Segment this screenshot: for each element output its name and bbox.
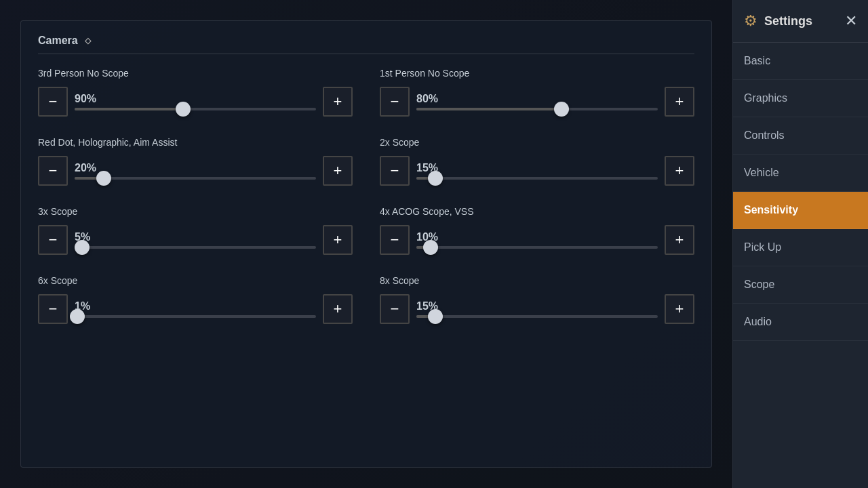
slider-value-red-dot: 20% bbox=[75, 162, 316, 174]
slider-group-3x-scope: 3x Scope−5%+ bbox=[38, 206, 353, 255]
slider-plus-3rd-person-no-scope[interactable]: + bbox=[323, 87, 353, 117]
slider-track-container-4x-acog: 10% bbox=[416, 231, 658, 249]
slider-row-8x-scope: −15%+ bbox=[380, 294, 694, 324]
slider-track-red-dot[interactable] bbox=[75, 177, 316, 180]
slider-thumb-3rd-person-no-scope[interactable] bbox=[176, 102, 191, 117]
slider-minus-8x-scope[interactable]: − bbox=[380, 294, 410, 324]
slider-group-4x-acog: 4x ACOG Scope, VSS−10%+ bbox=[380, 206, 694, 255]
slider-thumb-6x-scope[interactable] bbox=[70, 309, 85, 324]
sidebar-nav: BasicGraphicsControlsVehicleSensitivityP… bbox=[733, 43, 868, 341]
slider-track-container-3x-scope: 5% bbox=[75, 231, 316, 249]
close-button[interactable]: ✕ bbox=[845, 14, 857, 28]
sidebar-item-basic[interactable]: Basic bbox=[733, 43, 868, 80]
slider-minus-2x-scope[interactable]: − bbox=[380, 156, 410, 186]
slider-fill-3rd-person-no-scope bbox=[75, 108, 183, 110]
slider-value-3rd-person-no-scope: 90% bbox=[75, 93, 316, 105]
slider-track-container-red-dot: 20% bbox=[75, 162, 316, 180]
slider-plus-2x-scope[interactable]: + bbox=[665, 156, 694, 186]
slider-minus-3x-scope[interactable]: − bbox=[38, 225, 68, 255]
slider-plus-3x-scope[interactable]: + bbox=[323, 225, 353, 255]
slider-fill-1st-person-no-scope bbox=[416, 108, 561, 110]
slider-thumb-1st-person-no-scope[interactable] bbox=[554, 102, 569, 117]
slider-group-2x-scope: 2x Scope−15%+ bbox=[380, 137, 694, 186]
slider-label-3x-scope: 3x Scope bbox=[38, 206, 353, 217]
slider-plus-red-dot[interactable]: + bbox=[323, 156, 353, 186]
slider-row-3rd-person-no-scope: −90%+ bbox=[38, 87, 353, 117]
slider-track-4x-acog[interactable] bbox=[416, 246, 658, 249]
slider-plus-4x-acog[interactable]: + bbox=[665, 225, 694, 255]
slider-track-3x-scope[interactable] bbox=[75, 246, 316, 249]
slider-group-3rd-person-no-scope: 3rd Person No Scope−90%+ bbox=[38, 68, 353, 117]
slider-label-4x-acog: 4x ACOG Scope, VSS bbox=[380, 206, 694, 217]
slider-group-red-dot: Red Dot, Holographic, Aim Assist−20%+ bbox=[38, 137, 353, 186]
slider-value-8x-scope: 15% bbox=[416, 300, 658, 312]
slider-label-2x-scope: 2x Scope bbox=[380, 137, 694, 148]
main-content: Camera ◇ 3rd Person No Scope−90%+1st Per… bbox=[0, 0, 732, 488]
slider-track-container-8x-scope: 15% bbox=[416, 300, 658, 318]
slider-plus-1st-person-no-scope[interactable]: + bbox=[665, 87, 694, 117]
sidebar-item-graphics[interactable]: Graphics bbox=[733, 80, 868, 117]
slider-group-1st-person-no-scope: 1st Person No Scope−80%+ bbox=[380, 68, 694, 117]
slider-label-6x-scope: 6x Scope bbox=[38, 275, 353, 286]
slider-thumb-8x-scope[interactable] bbox=[428, 309, 443, 324]
slider-minus-6x-scope[interactable]: − bbox=[38, 294, 68, 324]
sidebar-item-scope[interactable]: Scope bbox=[733, 266, 868, 304]
sidebar: ⚙ Settings ✕ BasicGraphicsControlsVehicl… bbox=[732, 0, 868, 488]
slider-track-3rd-person-no-scope[interactable] bbox=[75, 108, 316, 110]
slider-value-4x-acog: 10% bbox=[416, 231, 658, 243]
slider-minus-red-dot[interactable]: − bbox=[38, 156, 68, 186]
sidebar-item-audio[interactable]: Audio bbox=[733, 304, 868, 341]
slider-value-2x-scope: 15% bbox=[416, 162, 658, 174]
slider-minus-1st-person-no-scope[interactable]: − bbox=[380, 87, 410, 117]
slider-thumb-4x-acog[interactable] bbox=[423, 240, 438, 255]
sidebar-item-sensitivity[interactable]: Sensitivity bbox=[733, 192, 868, 229]
slider-track-1st-person-no-scope[interactable] bbox=[416, 108, 658, 110]
slider-track-6x-scope[interactable] bbox=[75, 315, 316, 318]
sidebar-item-vehicle[interactable]: Vehicle bbox=[733, 155, 868, 192]
slider-row-3x-scope: −5%+ bbox=[38, 225, 353, 255]
slider-value-3x-scope: 5% bbox=[75, 231, 316, 243]
slider-thumb-2x-scope[interactable] bbox=[428, 171, 443, 186]
sidebar-item-controls[interactable]: Controls bbox=[733, 117, 868, 155]
arrow-icon: ◇ bbox=[85, 36, 91, 45]
slider-thumb-3x-scope[interactable] bbox=[75, 240, 90, 255]
slider-value-1st-person-no-scope: 80% bbox=[416, 93, 658, 105]
slider-minus-4x-acog[interactable]: − bbox=[380, 225, 410, 255]
slider-label-red-dot: Red Dot, Holographic, Aim Assist bbox=[38, 137, 353, 148]
slider-row-red-dot: −20%+ bbox=[38, 156, 353, 186]
sidebar-item-pickup[interactable]: Pick Up bbox=[733, 229, 868, 266]
slider-group-6x-scope: 6x Scope−1%+ bbox=[38, 275, 353, 324]
section-title-text: Camera bbox=[38, 35, 78, 47]
slider-row-2x-scope: −15%+ bbox=[380, 156, 694, 186]
slider-value-6x-scope: 1% bbox=[75, 300, 316, 312]
slider-row-6x-scope: −1%+ bbox=[38, 294, 353, 324]
slider-thumb-red-dot[interactable] bbox=[96, 171, 111, 186]
slider-label-3rd-person-no-scope: 3rd Person No Scope bbox=[38, 68, 353, 79]
sliders-grid: 3rd Person No Scope−90%+1st Person No Sc… bbox=[38, 68, 694, 324]
slider-minus-3rd-person-no-scope[interactable]: − bbox=[38, 87, 68, 117]
slider-track-container-6x-scope: 1% bbox=[75, 300, 316, 318]
content-panel: Camera ◇ 3rd Person No Scope−90%+1st Per… bbox=[20, 20, 712, 468]
slider-track-container-3rd-person-no-scope: 90% bbox=[75, 93, 316, 110]
slider-track-8x-scope[interactable] bbox=[416, 315, 658, 318]
slider-track-2x-scope[interactable] bbox=[416, 177, 658, 180]
slider-label-1st-person-no-scope: 1st Person No Scope bbox=[380, 68, 694, 79]
settings-title: Settings bbox=[764, 14, 838, 28]
slider-group-8x-scope: 8x Scope−15%+ bbox=[380, 275, 694, 324]
sidebar-header: ⚙ Settings ✕ bbox=[733, 0, 868, 43]
settings-icon: ⚙ bbox=[744, 12, 757, 30]
slider-row-1st-person-no-scope: −80%+ bbox=[380, 87, 694, 117]
slider-track-container-2x-scope: 15% bbox=[416, 162, 658, 180]
slider-track-container-1st-person-no-scope: 80% bbox=[416, 93, 658, 110]
slider-label-8x-scope: 8x Scope bbox=[380, 275, 694, 286]
slider-plus-8x-scope[interactable]: + bbox=[665, 294, 694, 324]
slider-plus-6x-scope[interactable]: + bbox=[323, 294, 353, 324]
section-title: Camera ◇ bbox=[38, 35, 694, 54]
slider-row-4x-acog: −10%+ bbox=[380, 225, 694, 255]
